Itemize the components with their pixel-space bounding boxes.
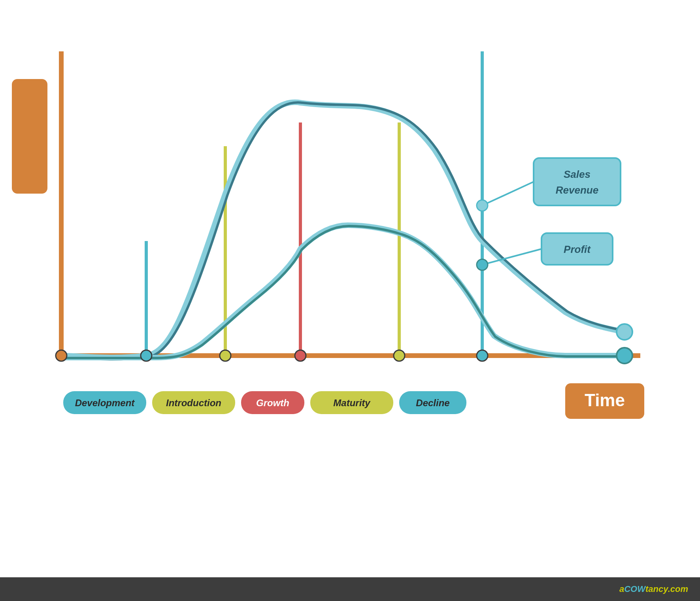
svg-text:Sales and Profits: Sales and Profits — [77, 91, 89, 181]
page-container: Sales and Profits — [0, 0, 700, 601]
svg-point-9 — [56, 350, 67, 361]
brand-text: aCOWtancy.com — [619, 584, 688, 594]
svg-point-11 — [220, 350, 231, 361]
svg-text:Decline: Decline — [416, 398, 449, 408]
svg-text:Introduction: Introduction — [166, 398, 221, 408]
svg-point-16 — [617, 348, 632, 364]
svg-point-14 — [477, 350, 488, 361]
svg-point-12 — [295, 350, 306, 361]
brand-highlight: COW — [624, 584, 645, 594]
svg-point-13 — [394, 350, 405, 361]
svg-point-22 — [477, 200, 488, 211]
chart-svg: Sales and Profits — [0, 0, 700, 601]
svg-point-15 — [617, 324, 632, 340]
svg-text:Profit: Profit — [564, 243, 591, 255]
svg-text:Growth: Growth — [256, 398, 289, 408]
svg-text:Revenue: Revenue — [556, 184, 598, 196]
svg-point-26 — [477, 259, 488, 270]
svg-text:Sales: Sales — [564, 168, 591, 180]
svg-text:Development: Development — [75, 398, 135, 408]
svg-point-10 — [141, 350, 152, 361]
svg-rect-18 — [534, 158, 621, 205]
svg-text:Time: Time — [585, 390, 625, 410]
svg-line-21 — [482, 182, 534, 205]
svg-text:Maturity: Maturity — [333, 398, 371, 408]
footer-bar: aCOWtancy.com — [0, 577, 700, 601]
svg-rect-0 — [12, 79, 47, 194]
